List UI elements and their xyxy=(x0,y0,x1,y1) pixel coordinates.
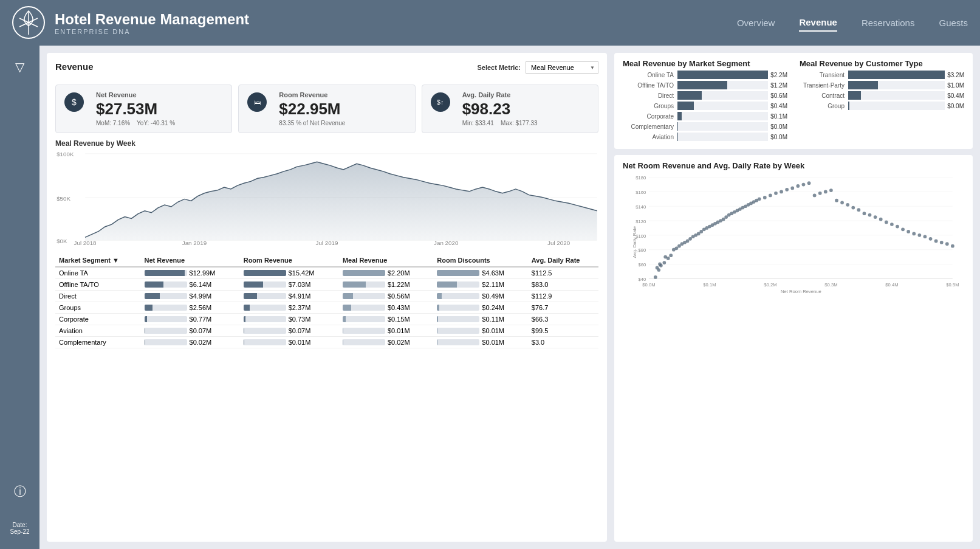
nav-overview[interactable]: Overview xyxy=(737,15,775,31)
adr-icon: $↑ xyxy=(431,92,450,112)
segment-chart-title: Meal Revenue by Market Segment xyxy=(623,59,787,68)
nav-guests[interactable]: Guests xyxy=(939,15,968,31)
metric-selector-row: Select Metric: Meal Revenue Net Revenue … xyxy=(477,61,598,74)
table-row: Online TA $12.99M $15.42M $2.20M xyxy=(55,267,598,279)
svg-text:Net Room Revenue: Net Room Revenue xyxy=(781,289,821,294)
cell-adr: $66.3 xyxy=(528,314,598,325)
customer-bar-row: Contract $0.4M xyxy=(800,91,964,100)
right-panel: Meal Revenue by Market Segment Online TA… xyxy=(614,53,973,542)
nav-reservations[interactable]: Reservations xyxy=(862,15,915,31)
customer-bar-row: Group $0.0M xyxy=(800,102,964,110)
customer-bars: Transient $3.2M Transient-Party $1.0M Co… xyxy=(800,71,964,110)
col-adr[interactable]: Avg. Daily Rate xyxy=(528,254,598,267)
cell-room: $15.42M xyxy=(240,267,339,279)
metric-select[interactable]: Meal Revenue Net Revenue Room Revenue xyxy=(526,61,598,74)
svg-text:Avg. Daily Rate: Avg. Daily Rate xyxy=(632,226,637,258)
scatter-point xyxy=(663,261,666,264)
scatter-point xyxy=(663,255,667,259)
svg-text:$0.1M: $0.1M xyxy=(703,282,716,288)
cell-net: $0.77M xyxy=(141,314,240,325)
table-row: Groups $2.56M $2.37M $0.43M xyxy=(55,302,598,314)
cell-disc: $0.01M xyxy=(433,337,527,348)
scatter-point xyxy=(780,190,783,194)
cell-adr: $112.9 xyxy=(528,291,598,302)
cell-meal: $0.01M xyxy=(339,325,433,337)
col-disc[interactable]: Room Discounts xyxy=(433,254,527,267)
meal-revenue-chart: $100K $50K $0K xyxy=(55,149,598,246)
scatter-point xyxy=(758,197,761,201)
svg-text:$0K: $0K xyxy=(57,239,67,244)
col-room[interactable]: Room Revenue xyxy=(240,254,339,267)
scatter-point xyxy=(724,215,728,219)
svg-text:$120: $120 xyxy=(636,219,646,224)
cell-room: $2.37M xyxy=(240,302,339,314)
cell-room: $0.07M xyxy=(240,325,339,337)
cell-meal: $0.56M xyxy=(339,291,433,302)
col-net[interactable]: Net Revenue xyxy=(141,254,240,267)
scatter-point xyxy=(951,244,954,248)
scatter-point xyxy=(851,206,855,210)
scatter-point xyxy=(763,196,767,199)
kpi-net-revenue: $ Net Revenue $27.53M MoM: 7.16% YoY: -4… xyxy=(55,85,232,133)
cell-segment: Online TA xyxy=(55,267,141,279)
scatter-point xyxy=(769,194,772,198)
cell-meal: $0.02M xyxy=(339,337,433,348)
customer-chart-title: Meal Revenue by Customer Type xyxy=(800,59,964,68)
cell-net: $6.14M xyxy=(141,279,240,291)
filter-icon[interactable]: ▽ xyxy=(10,55,29,79)
cell-segment: Corporate xyxy=(55,314,141,325)
scatter-point xyxy=(686,240,690,243)
bar-charts-card: Meal Revenue by Market Segment Online TA… xyxy=(614,53,973,149)
cell-segment: Offline TA/TO xyxy=(55,279,141,291)
segment-bar-row: Direct $0.6M xyxy=(623,91,787,100)
scatter-point xyxy=(654,275,657,279)
svg-text:$60: $60 xyxy=(638,262,646,268)
cell-segment: Groups xyxy=(55,302,141,314)
segment-chart: Meal Revenue by Market Segment Online TA… xyxy=(623,59,787,143)
revenue-title: Revenue xyxy=(55,61,94,72)
scatter-point xyxy=(697,232,701,236)
room-revenue-icon: 🛏 xyxy=(247,92,267,112)
app-header: Hotel Revenue Management ENTERPRISE DNA … xyxy=(0,0,980,46)
area-chart-title: Meal Revenue by Week xyxy=(55,139,598,148)
kpi-adr-content: Avg. Daily Rate $98.23 Min: $33.41 Max: … xyxy=(462,91,538,126)
cell-disc: $4.63M xyxy=(433,267,527,279)
svg-text:$80: $80 xyxy=(638,247,646,253)
scatter-chart-wrap: $180 $160 $140 $120 $100 $80 $60 $40 Avg… xyxy=(623,173,964,294)
svg-text:$100K: $100K xyxy=(57,151,74,157)
logo xyxy=(12,6,46,40)
scatter-point xyxy=(906,230,910,233)
app-title: Hotel Revenue Management xyxy=(55,11,737,28)
scatter-point xyxy=(677,244,681,248)
scatter-point xyxy=(863,212,866,215)
info-icon[interactable]: ⓘ xyxy=(9,478,31,505)
scatter-point xyxy=(658,263,662,266)
svg-text:$0.2M: $0.2M xyxy=(764,282,776,288)
segment-bar-row: Offline TA/TO $1.2M xyxy=(623,81,787,89)
scatter-chart-card: Net Room Revenue and Avg. Daily Rate by … xyxy=(614,155,973,542)
svg-text:$0.5M: $0.5M xyxy=(946,282,959,288)
nav-revenue[interactable]: Revenue xyxy=(799,14,837,32)
customer-bar-row: Transient-Party $1.0M xyxy=(800,81,964,89)
scatter-point xyxy=(923,235,927,238)
scatter-point xyxy=(890,223,894,226)
main-nav: Overview Revenue Reservations Guests xyxy=(737,14,968,32)
segment-bar-row: Complementary $0.0M xyxy=(623,122,787,131)
scatter-point xyxy=(785,188,789,192)
market-segment-table[interactable]: Market Segment ▼ Net Revenue Room Revenu… xyxy=(55,254,598,348)
col-meal[interactable]: Meal Revenue xyxy=(339,254,433,267)
cell-meal: $2.20M xyxy=(339,267,433,279)
scatter-point xyxy=(829,188,833,192)
svg-text:$160: $160 xyxy=(636,190,646,195)
svg-text:$0.3M: $0.3M xyxy=(824,282,837,288)
svg-text:Jul 2020: Jul 2020 xyxy=(547,241,570,246)
sidebar-date: Date: Sep-22 xyxy=(10,517,29,540)
col-segment[interactable]: Market Segment ▼ xyxy=(55,254,141,267)
cell-adr: $83.0 xyxy=(528,279,598,291)
scatter-point xyxy=(940,241,944,244)
area-chart-container: Meal Revenue by Week $100K $50K $0K xyxy=(55,139,598,248)
table-row: Corporate $0.77M $0.73M $0.15M xyxy=(55,314,598,325)
cell-adr: $76.7 xyxy=(528,302,598,314)
scatter-point xyxy=(929,237,933,241)
cell-meal: $0.15M xyxy=(339,314,433,325)
